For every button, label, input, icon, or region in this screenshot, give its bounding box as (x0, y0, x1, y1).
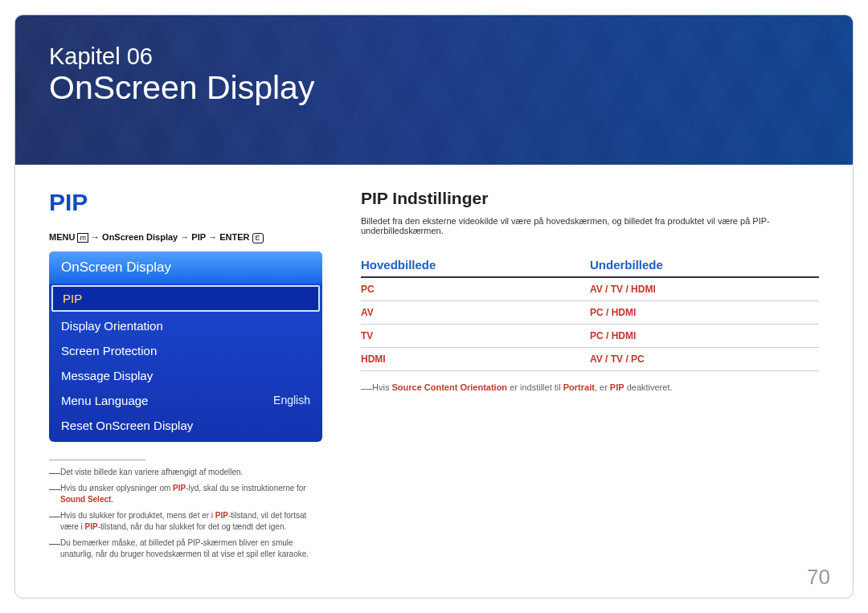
menu-icon: m (77, 233, 88, 243)
note-dash: ― (361, 382, 372, 394)
page-number: 70 (807, 565, 830, 590)
osd-menu-item-0[interactable]: PIP (51, 285, 320, 312)
cell-sub: AV / TV / HDMI (590, 277, 819, 301)
breadcrumb: MENU m → OnScreen Display → PIP → ENTER … (49, 232, 322, 243)
highlight-term: PIP (215, 511, 228, 520)
osd-menu-header: OnScreen Display (49, 251, 322, 284)
settings-title: PIP Indstillinger (361, 189, 819, 208)
osd-menu-item-label: Display Orientation (61, 319, 163, 333)
osd-menu-item-3[interactable]: Message Display (49, 363, 322, 388)
osd-menu-item-label: PIP (63, 292, 82, 305)
footnote-dash: ― (49, 537, 60, 560)
right-column: PIP Indstillinger Billedet fra den ekste… (361, 189, 819, 565)
highlight-term: PIP (610, 382, 624, 392)
footnote-0: ―Det viste billede kan variere afhængigt… (49, 467, 322, 478)
osd-menu-item-5[interactable]: Reset OnScreen Display (49, 413, 322, 442)
chapter-title: OnScreen Display (49, 70, 819, 106)
content-area: PIP MENU m → OnScreen Display → PIP → EN… (15, 165, 853, 565)
osd-menu-item-label: Reset OnScreen Display (61, 419, 193, 432)
footnotes: ―Det viste billede kan variere afhængigt… (49, 467, 322, 560)
manual-page: Kapitel 06 OnScreen Display PIP MENU m →… (14, 14, 854, 599)
osd-menu: OnScreen Display PIPDisplay OrientationS… (49, 251, 322, 442)
footnote-text: Hvis du slukker for produktet, mens det … (60, 510, 322, 533)
chapter-banner: Kapitel 06 OnScreen Display (15, 15, 853, 165)
highlight-term: PIP (173, 484, 186, 492)
highlight-term: Sound Select (60, 495, 111, 504)
cell-sub: AV / TV / PC (590, 348, 819, 371)
osd-menu-item-2[interactable]: Screen Protection (49, 338, 322, 363)
enter-icon: E (252, 233, 264, 243)
col-underbillede: Underbillede (590, 253, 819, 277)
breadcrumb-enter-label: ENTER (219, 232, 249, 242)
footnote-1: ―Hvis du ønsker oplysninger om PIP-lyd, … (49, 483, 322, 505)
footnote-3: ―Du bemærker måske, at billedet på PIP-s… (49, 537, 322, 560)
cell-main: PC (361, 277, 590, 301)
osd-menu-item-1[interactable]: Display Orientation (49, 313, 322, 338)
highlight-term: Portrait (563, 382, 595, 392)
footnote-text: Det viste billede kan variere afhængigt … (60, 467, 243, 478)
cell-main: TV (361, 325, 590, 348)
table-row: AVPC / HDMI (361, 301, 819, 325)
settings-note: ― Hvis Source Content Orientation er ind… (361, 382, 819, 394)
highlight-term: Source Content Orientation (391, 382, 507, 392)
cell-main: HDMI (361, 348, 590, 371)
settings-description: Billedet fra den eksterne videokilde vil… (361, 216, 819, 235)
osd-menu-item-label: Screen Protection (61, 344, 157, 358)
table-row: HDMIAV / TV / PC (361, 348, 819, 371)
osd-menu-item-4[interactable]: Menu LanguageEnglish (49, 388, 322, 413)
highlight-term: PIP (85, 522, 98, 531)
chapter-label: Kapitel 06 (49, 44, 819, 70)
footnote-dash: ― (49, 510, 60, 533)
breadcrumb-step-2: PIP (191, 232, 206, 242)
osd-menu-item-label: Message Display (61, 369, 153, 382)
pip-table: Hovedbillede Underbillede PCAV / TV / HD… (361, 253, 819, 371)
breadcrumb-menu-label: MENU (49, 232, 75, 242)
col-hovedbillede: Hovedbillede (361, 253, 590, 277)
cell-sub: PC / HDMI (590, 325, 819, 348)
osd-menu-item-label: Menu Language (61, 394, 148, 407)
footnote-text: Du bemærker måske, at billedet på PIP-sk… (60, 537, 322, 560)
osd-menu-item-value: English (273, 394, 310, 407)
cell-sub: PC / HDMI (590, 301, 819, 325)
table-row: TVPC / HDMI (361, 325, 819, 348)
breadcrumb-step-1: OnScreen Display (102, 232, 178, 242)
footnote-2: ―Hvis du slukker for produktet, mens det… (49, 510, 322, 533)
cell-main: AV (361, 301, 590, 325)
footnote-dash: ― (49, 483, 60, 505)
table-row: PCAV / TV / HDMI (361, 277, 819, 301)
section-heading: PIP (49, 189, 322, 216)
footnote-dash: ― (49, 467, 60, 478)
left-column: PIP MENU m → OnScreen Display → PIP → EN… (49, 189, 322, 565)
footnote-divider (49, 460, 145, 460)
note-body: Hvis Source Content Orientation er indst… (372, 382, 673, 394)
footnote-text: Hvis du ønsker oplysninger om PIP-lyd, s… (60, 483, 322, 505)
